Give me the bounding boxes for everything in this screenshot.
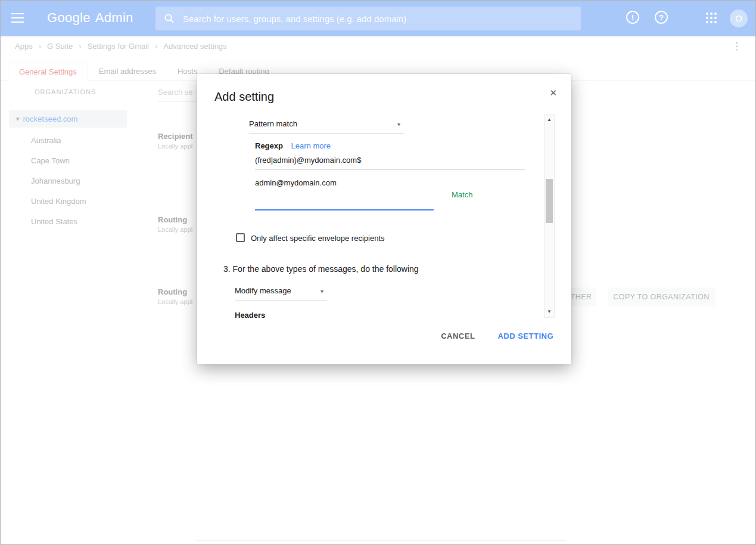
envelope-recipients-checkbox[interactable]: [236, 233, 245, 242]
dialog-footer: CANCEL ADD SETTING: [441, 332, 553, 340]
match-type-value: Pattern match: [249, 119, 297, 128]
headers-section-label: Headers: [235, 311, 265, 318]
cancel-button[interactable]: CANCEL: [441, 332, 475, 340]
focused-input-underline: [255, 209, 434, 210]
test-message-input[interactable]: admin@mydomain.com: [255, 178, 525, 187]
dialog-scroll-area: Pattern match ▾ Regexp Learn more admin@…: [197, 114, 544, 318]
match-type-select[interactable]: Pattern match ▾: [249, 117, 404, 134]
regexp-label-row: Regexp Learn more: [255, 141, 331, 150]
test-message-value: admin@mydomain.com: [255, 178, 525, 187]
dialog-scrollbar[interactable]: ▲ ▼: [544, 114, 555, 318]
chevron-down-icon: ▾: [321, 288, 323, 295]
action-select-value: Modify message: [235, 286, 291, 295]
add-setting-button[interactable]: ADD SETTING: [497, 332, 553, 340]
scroll-down-icon[interactable]: ▼: [545, 306, 554, 317]
regexp-label: Regexp: [255, 141, 283, 150]
close-icon[interactable]: ✕: [549, 88, 557, 98]
action-select[interactable]: Modify message ▾: [235, 284, 327, 301]
scrollbar-thumb[interactable]: [546, 179, 553, 223]
regexp-input-wrap: [255, 152, 525, 170]
match-result-label: Match: [452, 190, 472, 199]
regexp-input[interactable]: [255, 152, 525, 169]
add-setting-dialog: Add setting ✕ Pattern match ▾ Regexp Lea…: [197, 74, 571, 364]
chevron-down-icon: ▾: [397, 121, 400, 128]
section-3-heading: 3. For the above types of messages, do t…: [223, 264, 419, 274]
scroll-up-icon[interactable]: ▲: [545, 114, 554, 125]
dialog-title: Add setting: [214, 90, 274, 104]
envelope-recipients-label: Only affect specific envelope recipients: [251, 234, 385, 243]
learn-more-link[interactable]: Learn more: [291, 141, 331, 150]
